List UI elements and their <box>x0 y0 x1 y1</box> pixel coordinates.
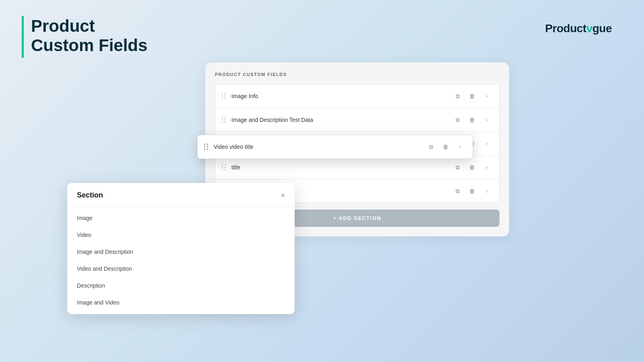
header: Product Custom Fields <box>22 16 147 58</box>
copy-button[interactable]: ⧉ <box>425 141 437 153</box>
delete-button[interactable]: 🗑 <box>466 90 478 102</box>
field-name: Image and Description Test Data <box>231 117 452 123</box>
list-item[interactable]: Video and Description <box>67 260 295 277</box>
delete-button[interactable]: 🗑 <box>440 141 452 153</box>
field-actions: ⧉ 🗑 › <box>452 114 493 126</box>
list-item[interactable]: Image and Description <box>67 243 295 260</box>
table-row: Image and Description Test Data ⧉ 🗑 › <box>215 108 499 132</box>
drag-handle-icon[interactable] <box>222 93 227 99</box>
copy-button[interactable]: ⧉ <box>452 114 464 126</box>
section-dropdown-panel: Section × Image Video Image and Descript… <box>67 183 295 314</box>
list-item[interactable]: Image <box>67 210 295 226</box>
section-close-button[interactable]: × <box>281 192 285 199</box>
expand-button[interactable]: › <box>481 138 493 150</box>
field-name: Video video title <box>214 144 425 150</box>
logo: Productvgue <box>545 22 612 35</box>
expand-button[interactable]: › <box>454 141 466 153</box>
drag-handle-icon[interactable] <box>222 164 227 171</box>
expand-button[interactable]: › <box>481 185 493 197</box>
field-actions: ⧉ 🗑 › <box>425 141 466 153</box>
table-row: Image Info ⧉ 🗑 › <box>215 84 499 108</box>
list-item[interactable]: Image and Video <box>67 294 295 311</box>
section-panel-title: Section <box>77 191 103 200</box>
section-panel-header: Section × <box>67 183 295 206</box>
delete-button[interactable]: 🗑 <box>466 161 478 173</box>
header-accent-bar <box>22 16 24 58</box>
field-actions: ⧉ 🗑 › <box>452 90 493 102</box>
page-title: Product Custom Fields <box>31 16 147 56</box>
drag-handle-icon[interactable] <box>204 144 209 150</box>
expand-button[interactable]: › <box>481 161 493 173</box>
list-item[interactable]: Description <box>67 277 295 294</box>
copy-button[interactable]: ⧉ <box>452 185 464 197</box>
drag-handle-icon[interactable] <box>222 117 227 123</box>
list-item[interactable]: Video <box>67 226 295 243</box>
dragging-row[interactable]: Video video title ⧉ 🗑 › <box>197 135 473 159</box>
field-name: Image Info <box>231 93 452 99</box>
copy-button[interactable]: ⧉ <box>452 90 464 102</box>
delete-button[interactable]: 🗑 <box>466 114 478 126</box>
field-name: title <box>231 164 452 171</box>
section-items-list: Image Video Image and Description Video … <box>67 206 295 314</box>
expand-button[interactable]: › <box>481 114 493 126</box>
field-actions: ⧉ 🗑 › <box>452 185 493 197</box>
field-actions: ⧉ 🗑 › <box>452 161 493 173</box>
delete-button[interactable]: 🗑 <box>466 185 478 197</box>
expand-button[interactable]: › <box>481 90 493 102</box>
panel-title: PRODUCT CUSTOM FIELDS <box>215 72 500 77</box>
table-row: title ⧉ 🗑 › <box>215 156 499 179</box>
copy-button[interactable]: ⧉ <box>452 161 464 173</box>
